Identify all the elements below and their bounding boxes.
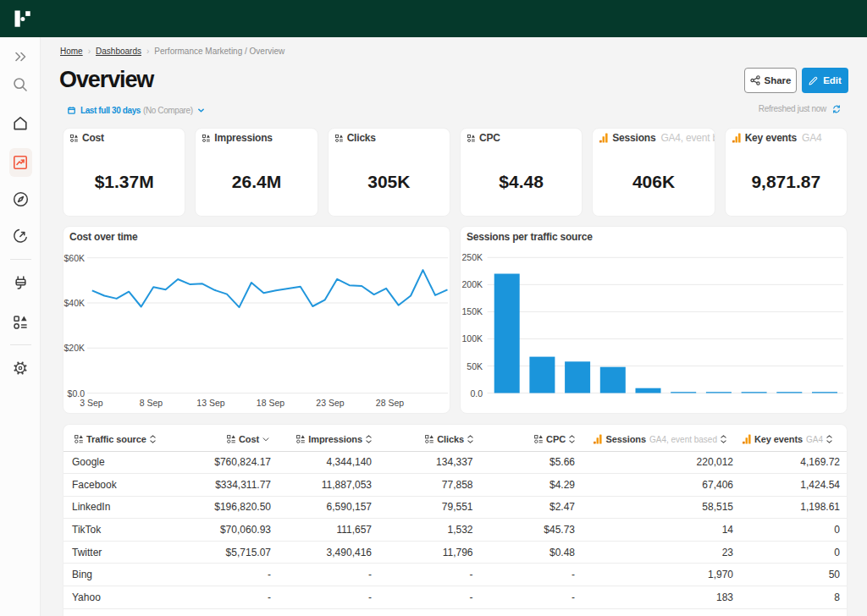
svg-text:250K: 250K	[461, 252, 483, 262]
svg-text:$40K: $40K	[64, 298, 85, 308]
svg-text:13 Sep: 13 Sep	[196, 398, 224, 408]
svg-text:$20K: $20K	[64, 343, 85, 353]
svg-text:50K: 50K	[467, 361, 483, 371]
svg-text:200K: 200K	[461, 279, 483, 289]
svg-text:23 Sep: 23 Sep	[316, 398, 344, 408]
svg-text:18 Sep: 18 Sep	[257, 398, 284, 408]
svg-text:100K: 100K	[461, 333, 483, 344]
svg-text:0.0: 0.0	[470, 388, 483, 399]
svg-text:8 Sep: 8 Sep	[140, 398, 163, 408]
svg-text:3 Sep: 3 Sep	[80, 398, 103, 408]
svg-text:28 Sep: 28 Sep	[376, 398, 404, 408]
svg-text:$60K: $60K	[64, 253, 85, 263]
svg-text:150K: 150K	[461, 306, 483, 316]
